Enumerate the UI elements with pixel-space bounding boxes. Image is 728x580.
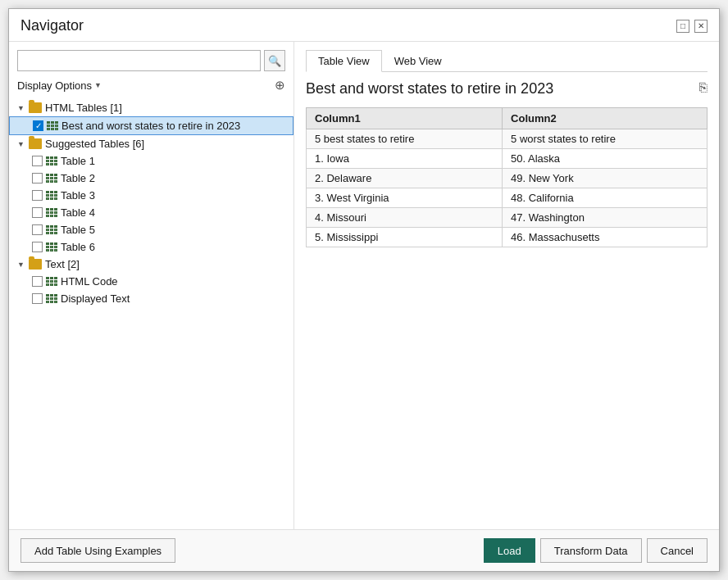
cell-4-0: 4. Missouri	[307, 208, 503, 228]
left-panel: 🔍 Display Options ▼ ⊕ ▼ HTML Tables [1]	[9, 42, 294, 529]
tree-item-table1[interactable]: Table 1	[9, 152, 293, 170]
load-button[interactable]: Load	[484, 538, 535, 563]
tree-item-table6[interactable]: Table 6	[9, 238, 293, 256]
checkbox-best-worst[interactable]: ✓	[33, 120, 43, 131]
title-bar: Navigator □ ✕	[9, 9, 719, 41]
cell-1-0: 1. Iowa	[307, 149, 503, 169]
table-icon-displayed-text	[46, 294, 57, 303]
html-tables-label: HTML Tables [1]	[45, 102, 122, 114]
table-header-row: Column1 Column2	[307, 108, 708, 129]
display-options-row: Display Options ▼ ⊕	[9, 76, 293, 97]
table-row: 1. Iowa50. Alaska	[307, 149, 708, 169]
tree-group-header-html-tables[interactable]: ▼ HTML Tables [1]	[9, 99, 293, 116]
tab-web-view[interactable]: Web View	[382, 50, 454, 71]
table-row: 5 best states to retire5 worst states to…	[307, 129, 708, 149]
checkbox-html-code[interactable]	[32, 276, 43, 287]
table2-label: Table 2	[61, 172, 95, 184]
preview-export-icon[interactable]: ⎘	[699, 80, 708, 95]
tree-item-table2[interactable]: Table 2	[9, 170, 293, 187]
search-button[interactable]: 🔍	[264, 50, 285, 71]
close-button[interactable]: ✕	[694, 20, 708, 33]
tree-group-header-text[interactable]: ▼ Text [2]	[9, 256, 293, 273]
bottom-bar: Add Table Using Examples Load Transform …	[9, 529, 719, 571]
new-source-icon[interactable]: ⊕	[275, 78, 285, 93]
tree-item-best-worst[interactable]: ✓ Best and worst states to retire in 202…	[9, 116, 293, 135]
cell-5-0: 5. Mississippi	[307, 228, 503, 247]
table-row: 4. Missouri47. Washington	[307, 208, 708, 228]
transform-data-button[interactable]: Transform Data	[540, 538, 642, 563]
table-row: 2. Delaware49. New York	[307, 169, 708, 188]
cell-3-0: 3. West Virginia	[307, 188, 503, 208]
best-worst-label: Best and worst states to retire in 2023	[61, 120, 240, 132]
displayed-text-label: Displayed Text	[61, 292, 130, 305]
expand-arrow-icon: ▼	[17, 104, 25, 112]
cell-1-1: 50. Alaska	[503, 149, 708, 169]
tree-area: ▼ HTML Tables [1] ✓ Best and worst state…	[9, 97, 293, 529]
title-bar-controls: □ ✕	[676, 20, 708, 33]
table-icon-4	[46, 208, 57, 217]
bottom-right: Load Transform Data Cancel	[484, 538, 708, 563]
expand-arrow-icon-suggested: ▼	[17, 140, 25, 148]
search-row: 🔍	[9, 50, 293, 76]
tree-item-table5[interactable]: Table 5	[9, 221, 293, 238]
cell-2-1: 49. New York	[503, 169, 708, 188]
navigator-dialog: Navigator □ ✕ 🔍 Display Options ▼ ⊕	[8, 8, 720, 572]
table-row: 5. Mississippi46. Massachusetts	[307, 228, 708, 247]
expand-arrow-icon-text: ▼	[17, 261, 25, 269]
display-options-label: Display Options	[17, 79, 92, 92]
table-icon-6	[46, 242, 57, 251]
tab-table-view[interactable]: Table View	[306, 50, 382, 72]
table6-label: Table 6	[61, 241, 95, 253]
cancel-button[interactable]: Cancel	[647, 538, 708, 563]
bottom-left: Add Table Using Examples	[20, 538, 175, 563]
checkbox-table3[interactable]	[32, 190, 43, 201]
checkbox-displayed-text[interactable]	[32, 293, 43, 304]
tree-item-table3[interactable]: Table 3	[9, 187, 293, 204]
cell-2-0: 2. Delaware	[307, 169, 503, 188]
cell-3-1: 48. California	[503, 188, 708, 208]
table-icon-html-code	[46, 277, 57, 286]
checkbox-table2[interactable]	[32, 173, 43, 184]
html-code-label: HTML Code	[61, 275, 118, 288]
checkbox-table5[interactable]	[32, 224, 43, 235]
table-icon-best-worst	[47, 121, 58, 130]
col2-header: Column2	[503, 108, 708, 129]
table-icon-1	[46, 156, 57, 165]
checkbox-table4[interactable]	[32, 207, 43, 218]
tree-item-displayed-text[interactable]: Displayed Text	[9, 290, 293, 307]
right-panel: Table View Web View Best and worst state…	[294, 42, 719, 529]
cell-4-1: 47. Washington	[503, 208, 708, 228]
folder-icon-suggested	[29, 138, 42, 149]
table1-label: Table 1	[61, 155, 95, 167]
tree-group-header-suggested-tables[interactable]: ▼ Suggested Tables [6]	[9, 135, 293, 152]
tree-group-text: ▼ Text [2] HTML Code	[9, 256, 293, 307]
table-icon-5	[46, 225, 57, 234]
display-options-button[interactable]: Display Options ▼	[17, 79, 102, 92]
preview-title-row: Best and worst states to retire in 2023 …	[306, 80, 708, 97]
table5-label: Table 5	[61, 224, 95, 236]
table-icon-2	[46, 174, 57, 183]
cell-5-1: 46. Massachusetts	[503, 228, 708, 247]
col1-header: Column1	[307, 108, 503, 129]
tree-item-table4[interactable]: Table 4	[9, 204, 293, 221]
display-options-caret-icon: ▼	[94, 81, 102, 89]
preview-title: Best and worst states to retire in 2023	[306, 80, 553, 97]
text-group-label: Text [2]	[45, 258, 80, 270]
content-area: 🔍 Display Options ▼ ⊕ ▼ HTML Tables [1]	[9, 41, 719, 529]
tab-bar: Table View Web View	[306, 50, 708, 72]
dialog-title: Navigator	[20, 17, 84, 34]
preview-table: Column1 Column2 5 best states to retire5…	[306, 107, 708, 247]
checkbox-table6[interactable]	[32, 242, 43, 252]
cell-0-0: 5 best states to retire	[307, 129, 503, 149]
checkbox-table1[interactable]	[32, 156, 43, 166]
table3-label: Table 3	[61, 189, 95, 202]
tree-item-html-code[interactable]: HTML Code	[9, 273, 293, 290]
add-table-button[interactable]: Add Table Using Examples	[20, 538, 175, 563]
table-icon-3	[46, 191, 57, 200]
table-row: 3. West Virginia48. California	[307, 188, 708, 208]
minimize-button[interactable]: □	[676, 20, 689, 33]
folder-icon-text	[29, 259, 42, 270]
cell-0-1: 5 worst states to retire	[503, 129, 708, 149]
search-input[interactable]	[17, 50, 261, 71]
folder-icon	[29, 102, 42, 113]
